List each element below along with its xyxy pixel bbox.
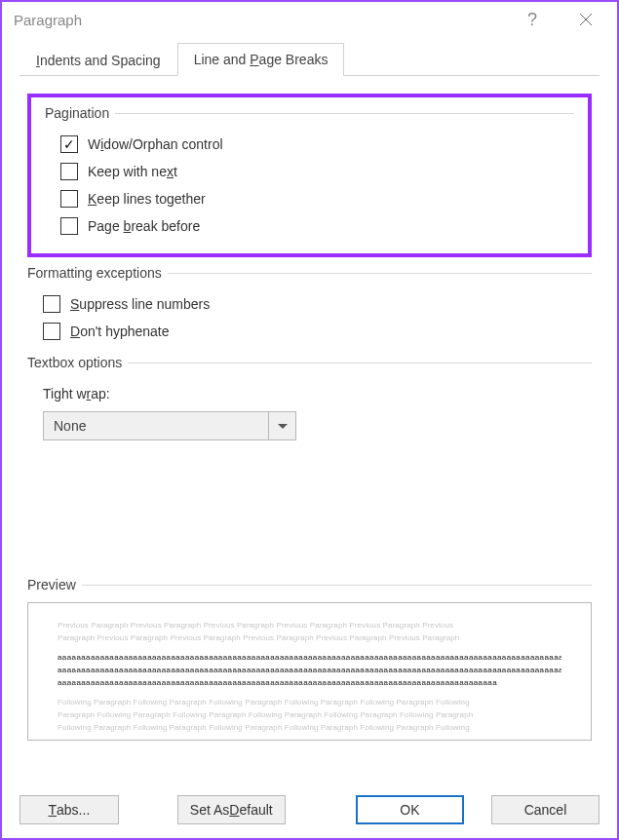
set-as-default-button[interactable]: Set As Default: [177, 795, 286, 824]
checkbox-icon[interactable]: [60, 190, 78, 208]
group-formatting-exceptions: Formatting exceptions: [27, 265, 592, 281]
checkbox-icon[interactable]: [60, 217, 78, 235]
dialog-paragraph: Paragraph ? Indents and Spacing Line and…: [0, 0, 619, 840]
group-label: Preview: [27, 577, 76, 592]
checkbox-widow-orphan[interactable]: Widow/Orphan control: [45, 131, 574, 158]
preview-text: aaaaaaaaaaaaaaaaaaaaaaaaaaaaaaaaaaaaaaaa…: [58, 665, 561, 676]
pagination-highlight: Pagination Widow/Orphan control Keep wit…: [27, 94, 592, 257]
tab-strip: Indents and Spacing Line and Page Breaks: [19, 43, 600, 76]
checkbox-keep-with-next[interactable]: Keep with next: [45, 158, 574, 185]
checkbox-label: Page break before: [88, 218, 200, 234]
preview-text: Paragraph Previous Paragraph Previous Pa…: [58, 632, 561, 644]
ok-button[interactable]: OK: [356, 795, 464, 824]
tight-wrap-label: Tight wrap:: [27, 380, 592, 407]
tab-panel: Pagination Widow/Orphan control Keep wit…: [19, 76, 600, 748]
group-pagination: Pagination: [45, 105, 574, 121]
dialog-content: Indents and Spacing Line and Page Breaks…: [2, 37, 617, 748]
preview-text: Previous Paragraph Previous Paragraph Pr…: [58, 620, 561, 631]
preview-text: Following Paragraph Following Paragraph …: [58, 722, 561, 734]
checkbox-icon[interactable]: [43, 295, 60, 313]
checkbox-keep-lines-together[interactable]: Keep lines together: [45, 185, 574, 212]
group-preview: Preview Previous Paragraph Previous Para…: [27, 577, 592, 741]
cancel-button[interactable]: Cancel: [491, 795, 600, 824]
checkbox-label: Don't hyphenate: [70, 324, 170, 339]
checkbox-label: Keep lines together: [88, 191, 206, 207]
preview-text: Paragraph Following Paragraph Following …: [58, 709, 561, 721]
group-label: Pagination: [45, 105, 109, 121]
dropdown-value: None: [44, 418, 268, 434]
checkbox-suppress-line-numbers[interactable]: Suppress line numbers: [27, 290, 592, 318]
group-textbox-options: Textbox options: [27, 355, 592, 370]
checkbox-dont-hyphenate[interactable]: Don't hyphenate: [27, 318, 592, 345]
dialog-buttons: Tabs... Set As Default OK Cancel: [19, 795, 600, 824]
preview-box: Previous Paragraph Previous Paragraph Pr…: [27, 602, 592, 741]
tabs-button[interactable]: Tabs...: [19, 795, 119, 824]
dialog-title: Paragraph: [14, 12, 82, 28]
checkbox-label: Suppress line numbers: [70, 296, 210, 312]
group-label: Formatting exceptions: [27, 265, 162, 281]
preview-text: aaaaaaaaaaaaaaaaaaaaaaaaaaaaaaaaaaaaaaaa…: [58, 677, 561, 689]
checkbox-label: Widow/Orphan control: [88, 136, 223, 152]
preview-text: aaaaaaaaaaaaaaaaaaaaaaaaaaaaaaaaaaaaaaaa…: [58, 652, 561, 664]
checkbox-icon[interactable]: [60, 135, 78, 153]
checkbox-icon[interactable]: [43, 323, 60, 340]
help-icon[interactable]: ?: [527, 10, 537, 30]
group-label: Textbox options: [27, 355, 122, 370]
chevron-down-icon[interactable]: [268, 412, 295, 439]
titlebar: Paragraph ?: [2, 2, 617, 37]
close-icon[interactable]: [566, 6, 605, 33]
tab-indents-spacing[interactable]: Indents and Spacing: [19, 44, 177, 76]
checkbox-icon[interactable]: [60, 163, 78, 180]
tight-wrap-dropdown[interactable]: None: [43, 411, 296, 440]
checkbox-label: Keep with next: [88, 164, 177, 179]
checkbox-page-break-before[interactable]: Page break before: [45, 212, 574, 240]
tab-line-page-breaks[interactable]: Line and Page Breaks: [177, 43, 345, 76]
preview-text: Following Paragraph Following Paragraph …: [58, 697, 561, 708]
